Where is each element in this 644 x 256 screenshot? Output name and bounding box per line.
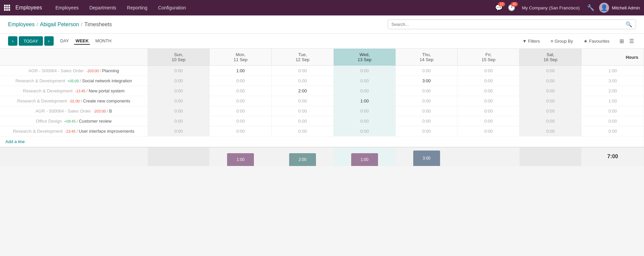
fri-header: Fri, 15 Sep: [458, 49, 520, 66]
mon-cell[interactable]: 1:00: [210, 66, 272, 76]
thu-cell[interactable]: 0:00: [395, 106, 458, 116]
wed-cell[interactable]: 0:00: [333, 66, 395, 76]
fri-cell[interactable]: 0:00: [458, 76, 520, 86]
sat-cell[interactable]: 0:00: [520, 76, 582, 86]
view-month[interactable]: MONTH: [94, 38, 113, 45]
view-week[interactable]: WEEK: [74, 38, 90, 45]
tue-cell[interactable]: 0:00: [272, 116, 334, 126]
settings-icon[interactable]: 🔧: [585, 4, 596, 11]
nav-departments[interactable]: Departments: [84, 0, 121, 15]
mon-cell[interactable]: 0:00: [210, 76, 272, 86]
task-column-header: [0, 49, 148, 66]
task-sub: Social network integration: [82, 78, 132, 83]
avatar: 👤: [599, 3, 609, 13]
sat-cell[interactable]: 0:00: [520, 96, 582, 106]
filters-button[interactable]: ▼ Filters: [520, 37, 543, 45]
wed-cell[interactable]: 0:00: [333, 126, 395, 136]
sat-cell[interactable]: 0:00: [520, 86, 582, 96]
nav-reporting[interactable]: Reporting: [122, 0, 153, 15]
tue-cell[interactable]: 2:00: [272, 86, 334, 96]
thu-cell[interactable]: 0:00: [395, 96, 458, 106]
tue-cell[interactable]: 0:00: [272, 76, 334, 86]
tue-cell[interactable]: 0:00: [272, 106, 334, 116]
thu-cell[interactable]: 0:00: [395, 116, 458, 126]
wed-cell[interactable]: 0:00: [333, 76, 395, 86]
top-nav: Employees Employees Departments Reportin…: [0, 0, 644, 15]
wed-bar: 1:00: [351, 153, 378, 166]
tue-cell[interactable]: 0:00: [272, 66, 334, 76]
table-row: Office Design +09:45/Customer review0:00…: [0, 116, 644, 126]
breadcrumb-sep-2: /: [81, 22, 83, 27]
search-icon[interactable]: 🔍: [626, 21, 632, 28]
grid-view-button[interactable]: ⊞: [618, 37, 626, 46]
mon-cell[interactable]: 0:00: [210, 126, 272, 136]
next-button[interactable]: ›: [44, 36, 54, 46]
fri-cell[interactable]: 0:00: [458, 86, 520, 96]
thu-cell[interactable]: 0:00: [395, 126, 458, 136]
tue-cell[interactable]: 0:00: [272, 96, 334, 106]
sat-cell[interactable]: 0:00: [520, 106, 582, 116]
mon-cell[interactable]: 0:00: [210, 86, 272, 96]
search-input[interactable]: [391, 22, 626, 27]
table-row: AGR - S00064 - Sales Order -203:00/Plann…: [0, 66, 644, 76]
hours-cell: 0:00: [582, 126, 644, 136]
breadcrumb-person[interactable]: Abigail Peterson: [40, 22, 79, 28]
svg-rect-5: [8, 7, 10, 9]
fri-cell[interactable]: 0:00: [458, 116, 520, 126]
sat-cell[interactable]: 0:00: [520, 126, 582, 136]
favourites-button[interactable]: ★ Favourites: [581, 37, 612, 45]
fri-cell[interactable]: 0:00: [458, 96, 520, 106]
sat-cell[interactable]: 0:00: [520, 66, 582, 76]
task-name: Research & Development: [13, 129, 63, 134]
thu-cell[interactable]: 0:00: [395, 86, 458, 96]
sun-cell[interactable]: 0:00: [148, 106, 210, 116]
add-line-button[interactable]: Add a line: [5, 139, 25, 144]
mon-cell[interactable]: 0:00: [210, 96, 272, 106]
svg-rect-4: [6, 7, 8, 9]
fri-cell[interactable]: 0:00: [458, 66, 520, 76]
view-day[interactable]: DAY: [59, 38, 70, 45]
sun-cell[interactable]: 0:00: [148, 76, 210, 86]
sun-cell[interactable]: 0:00: [148, 86, 210, 96]
fri-cell[interactable]: 0:00: [458, 126, 520, 136]
breadcrumb-employees[interactable]: Employees: [8, 22, 35, 28]
nav-employees[interactable]: Employees: [50, 0, 84, 15]
mon-cell[interactable]: 0:00: [210, 106, 272, 116]
wed-cell[interactable]: 0:00: [333, 106, 395, 116]
groupby-button[interactable]: ≡ Group By: [548, 37, 576, 45]
task-sub: Create new components: [83, 98, 130, 103]
sun-cell[interactable]: 0:00: [148, 66, 210, 76]
company-name: My Company (San Francisco): [522, 5, 580, 10]
mon-cell[interactable]: 0:00: [210, 116, 272, 126]
wed-cell[interactable]: 0:00: [333, 86, 395, 96]
sat-cell[interactable]: 0:00: [520, 116, 582, 126]
sun-cell[interactable]: 0:00: [148, 96, 210, 106]
task-cell: AGR - S00064 - Sales Order -203:00/Plann…: [0, 66, 148, 76]
table-row: AGR - S00064 - Sales Order -203:00/B0:00…: [0, 106, 644, 116]
list-view-button[interactable]: ☰: [627, 37, 636, 46]
wed-cell[interactable]: 0:00: [333, 116, 395, 126]
tue-cell[interactable]: 0:00: [272, 126, 334, 136]
task-name: Office Design: [36, 119, 62, 124]
task-cell: Research & Development +05:00/Social net…: [0, 76, 148, 86]
fri-cell[interactable]: 0:00: [458, 106, 520, 116]
wed-cell[interactable]: 1:00: [333, 96, 395, 106]
thu-cell[interactable]: 0:00: [395, 66, 458, 76]
activity-button[interactable]: 🕐 45: [508, 4, 515, 11]
task-name: AGR - S00064 - Sales Order: [29, 68, 84, 73]
svg-rect-7: [6, 9, 8, 11]
grid-icon[interactable]: [4, 5, 10, 11]
nav-configuration[interactable]: Configuration: [153, 0, 191, 15]
sun-cell[interactable]: 0:00: [148, 126, 210, 136]
today-button[interactable]: TODAY: [19, 36, 43, 46]
prev-button[interactable]: ‹: [8, 36, 17, 46]
summary-task-cell: [0, 147, 148, 166]
user-menu[interactable]: 👤 Mitchell Admin: [599, 3, 640, 13]
mon-header: Mon, 11 Sep: [210, 49, 272, 66]
thu-cell[interactable]: 3:00: [395, 76, 458, 86]
chat-button[interactable]: 💬 22: [495, 4, 502, 11]
sun-cell[interactable]: 0:00: [148, 116, 210, 126]
task-diff: -203:00: [85, 69, 99, 73]
breadcrumb-sep-1: /: [37, 22, 38, 27]
task-cell: Office Design +09:45/Customer review: [0, 116, 148, 126]
